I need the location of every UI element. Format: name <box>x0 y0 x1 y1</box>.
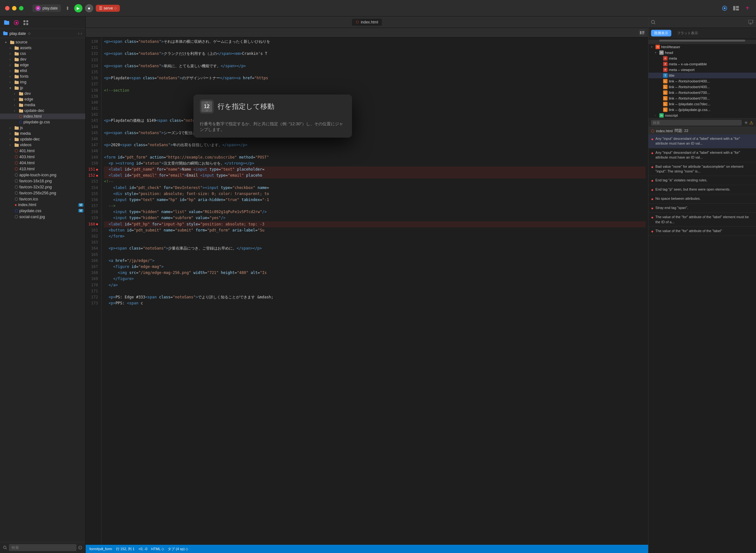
tree-folder-assets[interactable]: › assets <box>0 45 85 51</box>
tree-node-link-5[interactable]: L link – /playdate.css?dec... <box>649 101 756 107</box>
tree-folder-jp-edge[interactable]: › edge <box>0 96 85 102</box>
tree-node-title[interactable]: T title <box>649 73 756 78</box>
tree-node-link-4[interactable]: L link – /fonts/roobert/700... <box>649 95 756 101</box>
app-tab[interactable]: ● play.date <box>32 4 61 12</box>
issues-filter-warning[interactable]: ⚠ <box>749 120 753 125</box>
tree-folder-update-dec[interactable]: › update-dec <box>0 136 85 142</box>
share-icon-right[interactable] <box>748 20 753 24</box>
issues-search-input[interactable] <box>651 120 742 126</box>
tree-folder-source[interactable]: ▾ source <box>0 39 85 45</box>
tree-file-403[interactable]: ⬡ 403.html <box>0 154 85 160</box>
debug-button[interactable] <box>63 4 72 12</box>
minimize-button[interactable] <box>12 6 16 10</box>
hierarchy-btn-layered[interactable]: 階層表示 <box>651 30 671 36</box>
issue-error-icon-3: ● <box>651 165 654 169</box>
tree-folder-jp-update-dec[interactable]: › update-dec <box>0 108 85 113</box>
issue-item-2[interactable]: ● Any "input" descendant of a "label" el… <box>649 148 756 162</box>
record-icon[interactable] <box>721 5 728 12</box>
link-node-icon-2: L <box>663 85 668 89</box>
status-offset: +0, -0 <box>138 547 147 551</box>
tree-folder-media[interactable]: › media <box>0 131 85 136</box>
meta-node-icon-1: # <box>663 56 668 61</box>
nav-forward[interactable]: › <box>81 31 82 36</box>
tree-folder-js[interactable]: › js <box>0 125 85 131</box>
right-panel-toolbar <box>649 16 756 28</box>
tree-node-link-6[interactable]: L link – /jp/playdate-jp.css... <box>649 107 756 112</box>
issues-filter-star[interactable]: ✳ <box>744 120 748 125</box>
nav-back[interactable]: ‹ <box>78 31 80 36</box>
minimap-toggle[interactable] <box>639 29 646 36</box>
tree-file-favicon-ico[interactable]: ⬡ favicon.ico <box>0 196 85 202</box>
filter-icon[interactable]: + <box>78 546 82 550</box>
issue-item-7[interactable]: ● Stray end tag "span". <box>649 204 756 213</box>
tree-folder-jp[interactable]: ▾ jp <box>0 85 85 91</box>
tree-file-favicon-32[interactable]: ⬡ favicon-32x32.png <box>0 184 85 190</box>
maximize-button[interactable] <box>19 6 23 10</box>
tree-file-playdate-css[interactable]: ⬡ playdate.css M <box>0 208 85 214</box>
serve-tab[interactable]: ☰ serve ◇ <box>96 5 120 12</box>
tree-file-apple-touch[interactable]: ⬡ apple-touch-icon.png <box>0 172 85 178</box>
tree-file-jp-playdate-css[interactable]: ⬡ playdate-jp.css <box>0 119 85 125</box>
grid-icon[interactable] <box>22 19 29 26</box>
add-icon[interactable]: + <box>744 5 751 12</box>
issue-item-3[interactable]: ● Bad value "none" for attribute "autoco… <box>649 162 756 176</box>
code-line-140 <box>104 99 646 105</box>
code-line-164: <p><span class="notoSans">少量在庫品につき、ご登録はお… <box>104 245 646 251</box>
tree-file-410[interactable]: ⬡ 410.html <box>0 166 85 172</box>
meta-node-icon-2: # <box>663 62 668 66</box>
tree-node-meta-ua[interactable]: # meta – x-ua-compatible <box>649 61 756 67</box>
stop-button[interactable]: ■ <box>85 4 93 12</box>
tree-file-favicon-16[interactable]: ⬡ favicon-16x16.png <box>0 178 85 184</box>
tree-node-meta-1[interactable]: # meta <box>649 56 756 61</box>
tree-file-social-card[interactable]: ⬡ social-card.jpg <box>0 214 85 220</box>
tree-file-favicon-256[interactable]: ⬡ favicon-256x256.png <box>0 190 85 196</box>
issue-item-4[interactable]: ● End tag "a" violates nesting rules. <box>649 176 756 185</box>
issue-item-8[interactable]: ● The value of the "for" attribute of th… <box>649 213 756 227</box>
tree-node-link-1[interactable]: L link – /fonts/roobert/400... <box>649 78 756 84</box>
code-editor[interactable]: <p><span class="notoSans">それは本体の横に収納され、ゲ… <box>101 37 648 553</box>
search-icon-right[interactable] <box>651 20 656 24</box>
issue-item-9[interactable]: ● The value of the "for" attribute of th… <box>649 227 756 236</box>
tree-file-401[interactable]: ⬡ 401.html <box>0 148 85 154</box>
code-line-147: <p>2020<span class="notoSans">年の出荷を目指してい… <box>104 142 646 148</box>
tree-folder-css[interactable]: › css <box>0 51 85 57</box>
layout-icon[interactable] <box>733 5 740 12</box>
folder-view-icon[interactable] <box>3 19 10 26</box>
tree-folder-fonts[interactable]: › fonts <box>0 74 85 79</box>
tree-node-head[interactable]: ▾ H head <box>649 50 756 56</box>
close-button[interactable] <box>5 6 9 10</box>
code-line-151: <label id="pdt_name" for="name">Name <in… <box>104 166 646 172</box>
tree-folder-jp-media[interactable]: › media <box>0 102 85 108</box>
tree-folder-videos[interactable]: › videos <box>0 142 85 148</box>
tree-folder-dev[interactable]: › dev <box>0 57 85 62</box>
editor-tab-index-html[interactable]: ⬡ index.html <box>352 19 382 26</box>
svg-line-19 <box>654 23 655 24</box>
code-line-144 <box>104 124 646 130</box>
code-line-131 <box>104 45 646 51</box>
issue-item-1[interactable]: ● Any "input" descendant of a "label" el… <box>649 135 756 148</box>
link-node-icon-6: L <box>663 107 668 112</box>
tree-node-link-2[interactable]: L link – /fonts/roobert/400... <box>649 84 756 90</box>
tree-folder-img[interactable]: › img <box>0 79 85 85</box>
tree-node-meta-viewport[interactable]: # meta – viewport <box>649 67 756 73</box>
sidebar-search-input[interactable] <box>9 544 76 551</box>
tree-folder-jp-dev[interactable]: › dev <box>0 91 85 96</box>
tree-file-index-html[interactable]: ● index.html M <box>0 202 85 208</box>
editor-tab-bar: ⬡ index.html <box>86 16 648 28</box>
tree-folder-edge[interactable]: › edge <box>0 62 85 68</box>
code-line-133 <box>104 57 646 63</box>
run-button[interactable]: ▶ <box>74 4 82 12</box>
issue-item-5[interactable]: ● End tag "p" seen, but there were open … <box>649 185 756 194</box>
tree-node-html-teaser[interactable]: ▾ H html#teaser <box>649 44 756 50</box>
tree-file-404[interactable]: ⬡ 404.html <box>0 160 85 166</box>
tree-folder-elist[interactable]: › elist <box>0 68 85 74</box>
tree-file-jp-index-html[interactable]: ⬡ index.html <box>0 113 85 119</box>
tree-node-link-3[interactable]: L link – /fonts/roobert/700... <box>649 90 756 95</box>
tab-area: ● play.date ▶ ■ ☰ serve ◇ <box>32 4 120 12</box>
status-bar: form#pdt_form 行 152, 列 1 +0, -0 HTML ◇ タ… <box>86 545 648 553</box>
tag-icon[interactable] <box>13 19 20 26</box>
svg-point-10 <box>3 546 6 549</box>
tree-node-noscript[interactable]: › N noscript <box>649 112 756 118</box>
issue-item-6[interactable]: ● No space between attributes. <box>649 194 756 204</box>
hierarchy-btn-flat[interactable]: フラット表示 <box>674 30 701 36</box>
